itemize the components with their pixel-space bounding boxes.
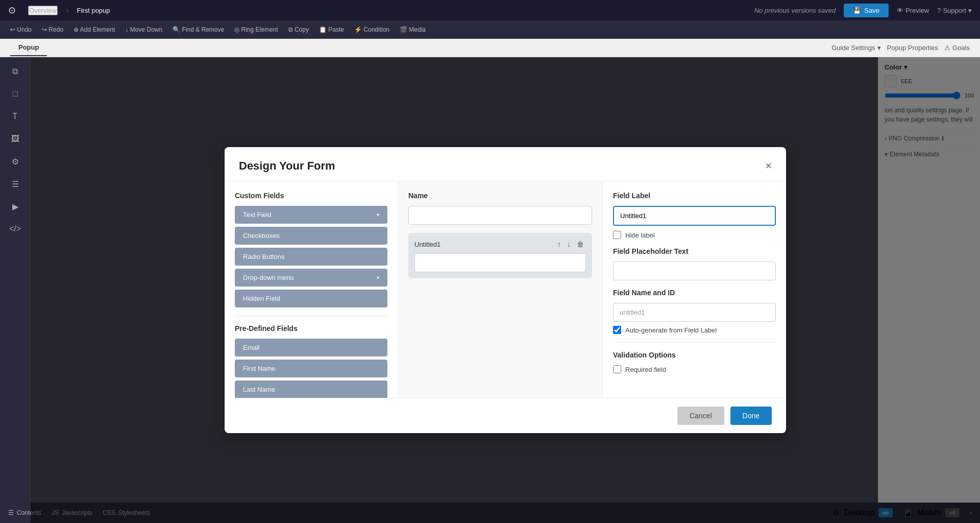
media-button[interactable]: 🎬 Media [396, 24, 430, 35]
field-btn-last-name[interactable]: Last Name [235, 381, 387, 398]
support-button[interactable]: ? Support ▾ [937, 7, 972, 14]
sidebar-icon-text[interactable]: T [5, 106, 26, 127]
auto-generate-checkbox[interactable] [613, 326, 621, 334]
preview-label: Preview [905, 7, 929, 14]
question-icon: ? [937, 7, 941, 14]
field-btn-hidden-field[interactable]: Hidden Field [235, 290, 387, 307]
form-center-panel: Name Untitled1 ↑ ↓ 🗑 [398, 181, 602, 398]
modal-title: Design Your Form [239, 159, 335, 173]
secondary-toolbar: ↩ Undo ↪ Redo ⊕ Add Element ↓ Move Down … [0, 20, 980, 39]
field-delete-button[interactable]: 🗑 [575, 239, 586, 249]
required-field-row: Required field [613, 365, 776, 373]
field-btn-radio-buttons[interactable]: Radio Buttons [235, 248, 387, 266]
condition-button[interactable]: ⚡ Condition [350, 24, 394, 35]
breadcrumb-separator: › [66, 6, 68, 15]
field-btn-dropdown-menu[interactable]: Drop-down menu ▾ [235, 269, 387, 287]
copy-button[interactable]: ⧉ Copy [284, 24, 313, 35]
last-name-label: Last Name [243, 386, 275, 393]
field-preview-label: Untitled1 [414, 241, 440, 248]
tab-popup[interactable]: Popup [10, 39, 47, 56]
checkboxes-label: Checkboxes [243, 232, 280, 240]
sidebar-icon-play[interactable]: ▶ [5, 196, 26, 217]
save-label: Save [864, 7, 879, 14]
email-label: Email [243, 344, 260, 351]
overview-link[interactable]: Overview [28, 6, 58, 15]
preview-icon: 👁 [897, 7, 903, 14]
guide-settings-label: Guide Settings [831, 44, 875, 52]
no-versions-label: No previous versions saved [754, 7, 836, 14]
field-preview: Untitled1 ↑ ↓ 🗑 [408, 233, 592, 278]
ring-element-button[interactable]: ◎ Ring Element [230, 24, 282, 35]
field-label-title: Field Label [613, 192, 776, 200]
hide-label-text: Hide label [625, 231, 655, 239]
guide-settings-button[interactable]: Guide Settings ▾ [831, 44, 880, 52]
form-left-panel: Custom Fields Text Field ▾ Checkboxes Ra… [225, 181, 398, 398]
dropdown-menu-label: Drop-down menu [243, 274, 294, 281]
field-name-input[interactable] [613, 303, 776, 322]
field-btn-checkboxes[interactable]: Checkboxes [235, 227, 387, 245]
canvas-area: Design Your Form × Custom Fields Text Fi… [31, 57, 980, 523]
text-field-label: Text Field [243, 211, 272, 219]
name-section-title: Name [408, 192, 592, 200]
required-field-checkbox[interactable] [613, 365, 621, 373]
save-button[interactable]: 💾 Save [844, 4, 889, 17]
modal-body: Custom Fields Text Field ▾ Checkboxes Ra… [225, 181, 786, 398]
sidebar-icon-list[interactable]: ☰ [5, 174, 26, 194]
main-area: ⧉ □ T 🖼 ⚙ ☰ ▶ </> Design Your Form × [0, 57, 980, 523]
preview-button[interactable]: 👁 Preview [897, 7, 929, 14]
field-move-down-button[interactable]: ↓ [565, 239, 573, 249]
sidebar-icon-image[interactable]: 🖼 [5, 129, 26, 149]
field-btn-first-name[interactable]: First Name [235, 360, 387, 377]
auto-generate-row: Auto-generate from Field Label [613, 326, 776, 334]
app-logo: ⊙ [8, 5, 16, 16]
sidebar-icon-settings[interactable]: ⚙ [5, 151, 26, 172]
warning-icon: ⚠ [944, 44, 950, 52]
cancel-button[interactable]: Cancel [677, 407, 724, 425]
modal-header: Design Your Form × [225, 147, 786, 181]
field-preview-header: Untitled1 ↑ ↓ 🗑 [414, 239, 586, 249]
support-chevron-icon: ▾ [968, 7, 972, 14]
add-element-button[interactable]: ⊕ Add Element [69, 24, 119, 35]
field-btn-email[interactable]: Email [235, 339, 387, 356]
guide-settings-chevron-icon: ▾ [877, 44, 881, 52]
top-navigation: ⊙ Overview › First popup No previous ver… [0, 0, 980, 20]
radio-buttons-label: Radio Buttons [243, 253, 285, 260]
modal-close-button[interactable]: × [765, 160, 772, 172]
find-remove-button[interactable]: 🔍 Find & Remove [168, 24, 228, 35]
contents-icon: ☰ [8, 509, 14, 516]
field-btn-text-field[interactable]: Text Field ▾ [235, 206, 387, 224]
tab-bar: Popup Guide Settings ▾ Popup Properties … [0, 39, 980, 57]
first-name-label: First Name [243, 365, 276, 372]
panel-divider [235, 316, 387, 316]
popup-properties-button[interactable]: Popup Properties [887, 44, 938, 52]
paste-button[interactable]: 📋 Paste [315, 24, 348, 35]
sidebar-icon-code[interactable]: </> [5, 219, 26, 239]
goals-button[interactable]: ⚠ Goals [944, 44, 970, 52]
design-form-modal: Design Your Form × Custom Fields Text Fi… [225, 147, 786, 433]
required-field-label: Required field [625, 366, 666, 373]
auto-generate-text: Auto-generate from Field Label [625, 326, 717, 334]
sidebar-icon-square[interactable]: □ [5, 84, 26, 104]
redo-button[interactable]: ↪ Redo [38, 24, 67, 35]
field-name-title: Field Name and ID [613, 289, 776, 297]
done-button[interactable]: Done [730, 407, 772, 425]
predefined-fields-title: Pre-Defined Fields [235, 324, 387, 332]
field-label-input[interactable] [613, 206, 776, 226]
hide-label-checkbox[interactable] [613, 231, 621, 239]
form-right-panel: Field Label Hide label Field Placeholder… [602, 181, 786, 398]
undo-button[interactable]: ↩ Undo [6, 24, 36, 35]
field-move-up-button[interactable]: ↑ [555, 239, 563, 249]
field-preview-actions: ↑ ↓ 🗑 [555, 239, 586, 249]
modal-footer: Cancel Done [225, 398, 786, 433]
left-sidebar: ⧉ □ T 🖼 ⚙ ☰ ▶ </> [0, 57, 31, 523]
modal-overlay: Design Your Form × Custom Fields Text Fi… [31, 57, 980, 523]
placeholder-input[interactable] [613, 262, 776, 280]
move-down-button[interactable]: ↓ Move Down [121, 24, 166, 35]
hide-label-row: Hide label [613, 231, 776, 239]
overview-label: Overview [29, 7, 57, 14]
name-input[interactable] [408, 206, 592, 225]
sidebar-icon-layers[interactable]: ⧉ [5, 61, 26, 82]
dropdown-chevron-icon: ▾ [377, 275, 379, 280]
text-field-chevron-icon: ▾ [377, 212, 379, 218]
field-preview-input[interactable] [414, 253, 586, 272]
